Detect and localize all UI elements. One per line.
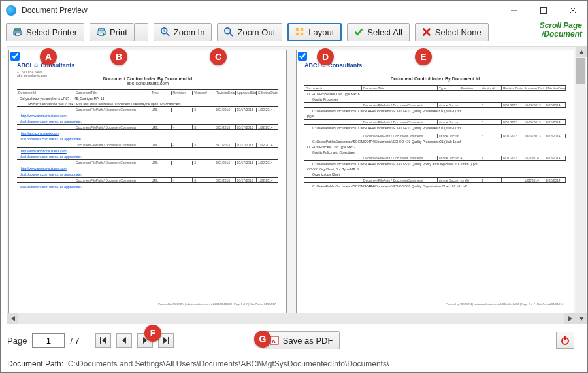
print-dropdown-arrow[interactable] <box>134 23 148 41</box>
close-button[interactable] <box>558 1 587 20</box>
svg-rect-6 <box>16 33 20 36</box>
zoom-out-label: Zoom Out <box>237 27 275 37</box>
preview-area: ABCI ☺ Consultants +1 511 654 2489abc-co… <box>7 46 576 314</box>
svg-marker-32 <box>163 337 167 344</box>
page-2-checkbox[interactable] <box>298 52 307 61</box>
scroll-thumb[interactable] <box>576 58 585 84</box>
print-icon <box>97 27 106 37</box>
preview-page-1[interactable]: ABCI ☺ Consultants +1 511 654 2489abc-co… <box>8 50 287 314</box>
preview-page-2[interactable]: ABCI ☺ Consultants Document Control Inde… <box>296 50 574 314</box>
scroll-right-icon[interactable] <box>564 313 576 324</box>
layout-label: Layout <box>308 27 334 37</box>
pg2-logo: ABCI ☺ Consultants <box>304 62 362 69</box>
print-label: Print <box>110 27 127 37</box>
power-button[interactable] <box>556 332 574 349</box>
document-path-value: C:\Documents and Settings\All Users\Docu… <box>68 359 389 368</box>
callout-e: E <box>415 48 432 65</box>
layout-icon <box>295 27 304 37</box>
select-printer-button[interactable]: Select Printer <box>6 23 84 41</box>
app-icon <box>6 5 16 16</box>
page-1-checkbox[interactable] <box>10 52 20 61</box>
printer-icon <box>13 27 22 37</box>
vertical-scrollbar[interactable] <box>576 46 586 324</box>
svg-marker-30 <box>122 337 126 344</box>
svg-line-16 <box>230 33 233 36</box>
bottom-bar: Page / 7 A Save as PDF <box>7 327 581 353</box>
toolbar: Select Printer Print Zoom In Zoom Out La… <box>1 20 587 44</box>
page-label: Page <box>7 336 27 346</box>
zoom-in-button[interactable]: Zoom In <box>154 23 212 41</box>
select-none-label: Select None <box>435 27 482 37</box>
window-title: Document Preview <box>22 6 499 15</box>
print-split-button[interactable]: Print <box>90 23 148 41</box>
pg1-footer: Powered by OMSCIP4 | abciconsultants.com… <box>158 302 276 306</box>
zoom-in-icon <box>161 27 170 37</box>
scroll-hint: Scroll Page/Document <box>540 22 582 39</box>
prev-page-button[interactable] <box>116 333 132 348</box>
svg-rect-9 <box>99 33 104 36</box>
select-printer-label: Select Printer <box>26 27 77 37</box>
minimize-button[interactable] <box>499 1 529 20</box>
horizontal-scrollbar[interactable] <box>7 313 576 324</box>
page-total: / 7 <box>70 336 79 346</box>
callout-d: D <box>317 48 334 65</box>
callout-c: C <box>210 48 227 65</box>
svg-marker-29 <box>102 337 106 344</box>
svg-rect-1 <box>540 7 546 13</box>
callout-b: B <box>110 48 127 65</box>
svg-rect-7 <box>99 29 105 31</box>
first-page-button[interactable] <box>95 333 111 348</box>
svg-marker-24 <box>579 50 584 54</box>
x-icon <box>422 27 431 37</box>
document-path: Document Path: C:\Documents and Settings… <box>7 359 389 368</box>
svg-marker-27 <box>568 316 572 321</box>
titlebar: Document Preview <box>1 1 587 20</box>
zoom-out-button[interactable]: Zoom Out <box>217 23 282 41</box>
select-all-label: Select All <box>367 27 402 37</box>
select-none-button[interactable]: Select None <box>415 23 489 41</box>
svg-text:A: A <box>272 338 276 344</box>
page-number-input[interactable] <box>32 333 65 348</box>
callout-f: F <box>144 325 161 342</box>
pg1-table-header: DocumentIdDocumentTitleTypeRevisionVersi… <box>17 89 278 95</box>
svg-marker-26 <box>11 316 15 321</box>
save-as-pdf-button[interactable]: A Save as PDF <box>263 331 340 349</box>
pg2-footer: Powered by OMSCIP4 | abciconsultants.com… <box>446 302 563 306</box>
svg-line-12 <box>167 33 169 36</box>
svg-rect-18 <box>296 28 299 31</box>
check-icon <box>354 27 363 37</box>
scroll-down-icon[interactable] <box>576 313 587 324</box>
document-path-label: Document Path: <box>7 359 63 368</box>
svg-rect-19 <box>301 28 303 31</box>
callout-g: G <box>254 331 271 348</box>
pg1-sub: +1 511 654 2489abc-consultants.com <box>17 70 47 78</box>
select-all-button[interactable]: Select All <box>347 23 409 41</box>
pdf-icon: A <box>270 336 279 345</box>
svg-rect-21 <box>301 33 303 35</box>
save-as-pdf-label: Save as PDF <box>283 336 333 346</box>
scroll-left-icon[interactable] <box>7 313 18 324</box>
zoom-out-icon <box>224 27 233 37</box>
layout-button[interactable]: Layout <box>287 23 342 41</box>
pg1-title: Document Control Index By Document Idabc… <box>17 76 278 86</box>
pg2-title: Document Control Index By Document Id <box>304 76 566 81</box>
scroll-up-icon[interactable] <box>576 46 587 57</box>
svg-rect-4 <box>15 29 21 31</box>
svg-rect-20 <box>296 33 299 35</box>
svg-marker-25 <box>579 317 584 321</box>
zoom-in-label: Zoom In <box>174 27 205 37</box>
maximize-button[interactable] <box>529 1 558 20</box>
callout-a: A <box>40 48 57 65</box>
